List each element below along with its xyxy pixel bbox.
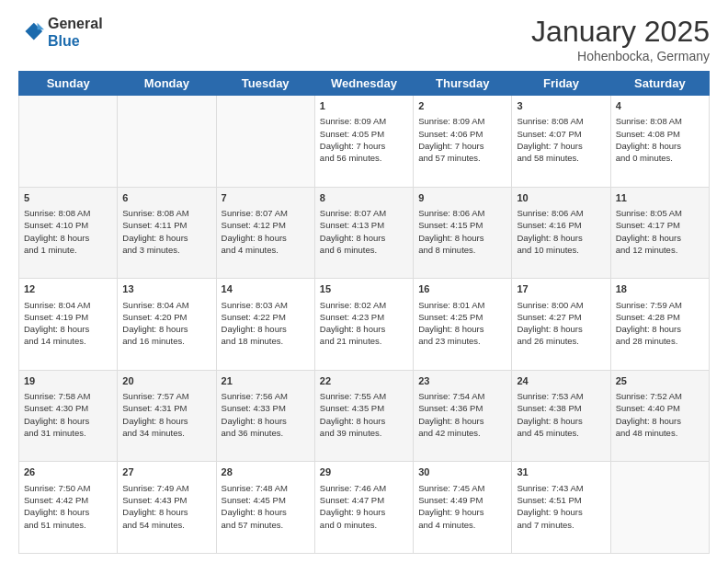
calendar-cell: 16Sunrise: 8:01 AMSunset: 4:25 PMDayligh… — [414, 279, 512, 371]
day-number: 30 — [418, 465, 506, 479]
calendar-cell: 24Sunrise: 7:53 AMSunset: 4:38 PMDayligh… — [512, 370, 610, 462]
day-number: 22 — [320, 374, 408, 388]
calendar-cell: 19Sunrise: 7:58 AMSunset: 4:30 PMDayligh… — [19, 370, 118, 462]
calendar-cell: 30Sunrise: 7:45 AMSunset: 4:49 PMDayligh… — [414, 462, 512, 554]
calendar-cell: 27Sunrise: 7:49 AMSunset: 4:43 PMDayligh… — [118, 462, 216, 554]
day-number: 5 — [24, 191, 112, 205]
calendar-cell: 31Sunrise: 7:43 AMSunset: 4:51 PMDayligh… — [512, 462, 610, 554]
calendar-cell: 29Sunrise: 7:46 AMSunset: 4:47 PMDayligh… — [314, 462, 413, 554]
day-number: 29 — [320, 465, 408, 479]
weekday-wednesday: Wednesday — [314, 72, 413, 96]
calendar-cell: 5Sunrise: 8:08 AMSunset: 4:10 PMDaylight… — [19, 187, 118, 279]
weekday-tuesday: Tuesday — [216, 72, 314, 96]
week-row-4: 19Sunrise: 7:58 AMSunset: 4:30 PMDayligh… — [19, 370, 710, 462]
day-number: 6 — [122, 191, 210, 205]
calendar-cell: 17Sunrise: 8:00 AMSunset: 4:27 PMDayligh… — [512, 279, 610, 371]
weekday-friday: Friday — [512, 72, 610, 96]
day-number: 21 — [222, 374, 310, 388]
day-number: 3 — [517, 99, 605, 113]
page: General Blue January 2025 Hohenbocka, Ge… — [0, 0, 728, 563]
calendar-cell: 15Sunrise: 8:02 AMSunset: 4:23 PMDayligh… — [314, 279, 413, 371]
calendar-cell: 9Sunrise: 8:06 AMSunset: 4:15 PMDaylight… — [414, 187, 512, 279]
day-number: 4 — [616, 99, 704, 113]
logo-general: General — [48, 16, 103, 31]
month-title: January 2025 — [531, 15, 710, 49]
day-number: 8 — [320, 191, 408, 205]
calendar-cell: 12Sunrise: 8:04 AMSunset: 4:19 PMDayligh… — [19, 279, 118, 371]
week-row-5: 26Sunrise: 7:50 AMSunset: 4:42 PMDayligh… — [19, 462, 710, 554]
day-number: 9 — [418, 191, 506, 205]
week-row-1: 1Sunrise: 8:09 AMSunset: 4:05 PMDaylight… — [19, 96, 710, 188]
header: General Blue January 2025 Hohenbocka, Ge… — [18, 15, 710, 63]
calendar-cell: 23Sunrise: 7:54 AMSunset: 4:36 PMDayligh… — [414, 370, 512, 462]
calendar-cell — [19, 96, 118, 188]
day-number: 19 — [24, 374, 112, 388]
day-number: 17 — [517, 282, 605, 296]
calendar-cell: 4Sunrise: 8:08 AMSunset: 4:08 PMDaylight… — [610, 96, 709, 188]
weekday-monday: Monday — [118, 72, 216, 96]
weekday-saturday: Saturday — [610, 72, 709, 96]
logo-blue: Blue — [48, 33, 80, 49]
calendar-cell: 20Sunrise: 7:57 AMSunset: 4:31 PMDayligh… — [118, 370, 216, 462]
day-number: 18 — [616, 282, 704, 296]
day-number: 16 — [418, 282, 506, 296]
day-number: 2 — [418, 99, 506, 113]
svg-marker-1 — [38, 23, 44, 29]
day-number: 10 — [517, 191, 605, 205]
day-number: 7 — [222, 191, 310, 205]
day-number: 28 — [222, 465, 310, 479]
title-block: January 2025 Hohenbocka, Germany — [531, 15, 710, 63]
day-number: 27 — [122, 465, 210, 479]
day-number: 11 — [616, 191, 704, 205]
calendar-cell: 8Sunrise: 8:07 AMSunset: 4:13 PMDaylight… — [314, 187, 413, 279]
calendar-cell: 3Sunrise: 8:08 AMSunset: 4:07 PMDaylight… — [512, 96, 610, 188]
day-number: 24 — [517, 374, 605, 388]
calendar-cell: 14Sunrise: 8:03 AMSunset: 4:22 PMDayligh… — [216, 279, 314, 371]
calendar-cell: 21Sunrise: 7:56 AMSunset: 4:33 PMDayligh… — [216, 370, 314, 462]
day-number: 14 — [222, 282, 310, 296]
calendar-cell: 22Sunrise: 7:55 AMSunset: 4:35 PMDayligh… — [314, 370, 413, 462]
day-number: 20 — [122, 374, 210, 388]
calendar-cell: 7Sunrise: 8:07 AMSunset: 4:12 PMDaylight… — [216, 187, 314, 279]
calendar-cell: 18Sunrise: 7:59 AMSunset: 4:28 PMDayligh… — [610, 279, 709, 371]
calendar-cell: 2Sunrise: 8:09 AMSunset: 4:06 PMDaylight… — [414, 96, 512, 188]
calendar-cell: 6Sunrise: 8:08 AMSunset: 4:11 PMDaylight… — [118, 187, 216, 279]
day-number: 26 — [24, 465, 112, 479]
calendar-cell — [610, 462, 709, 554]
weekday-thursday: Thursday — [414, 72, 512, 96]
day-number: 25 — [616, 374, 704, 388]
weekday-header-row: SundayMondayTuesdayWednesdayThursdayFrid… — [19, 72, 710, 96]
day-number: 31 — [517, 465, 605, 479]
weekday-sunday: Sunday — [19, 72, 118, 96]
day-number: 15 — [320, 282, 408, 296]
logo-text: General Blue — [48, 15, 103, 50]
calendar-cell: 1Sunrise: 8:09 AMSunset: 4:05 PMDaylight… — [314, 96, 413, 188]
subtitle: Hohenbocka, Germany — [531, 49, 710, 63]
calendar-cell: 26Sunrise: 7:50 AMSunset: 4:42 PMDayligh… — [19, 462, 118, 554]
calendar-cell: 28Sunrise: 7:48 AMSunset: 4:45 PMDayligh… — [216, 462, 314, 554]
calendar: SundayMondayTuesdayWednesdayThursdayFrid… — [18, 71, 710, 554]
day-number: 12 — [24, 282, 112, 296]
logo-icon — [18, 19, 44, 45]
week-row-2: 5Sunrise: 8:08 AMSunset: 4:10 PMDaylight… — [19, 187, 710, 279]
day-number: 13 — [122, 282, 210, 296]
calendar-cell — [216, 96, 314, 188]
calendar-cell: 25Sunrise: 7:52 AMSunset: 4:40 PMDayligh… — [610, 370, 709, 462]
day-number: 1 — [320, 99, 408, 113]
calendar-cell: 11Sunrise: 8:05 AMSunset: 4:17 PMDayligh… — [610, 187, 709, 279]
calendar-cell — [118, 96, 216, 188]
calendar-cell: 10Sunrise: 8:06 AMSunset: 4:16 PMDayligh… — [512, 187, 610, 279]
logo: General Blue — [18, 15, 103, 50]
calendar-cell: 13Sunrise: 8:04 AMSunset: 4:20 PMDayligh… — [118, 279, 216, 371]
day-number: 23 — [418, 374, 506, 388]
week-row-3: 12Sunrise: 8:04 AMSunset: 4:19 PMDayligh… — [19, 279, 710, 371]
